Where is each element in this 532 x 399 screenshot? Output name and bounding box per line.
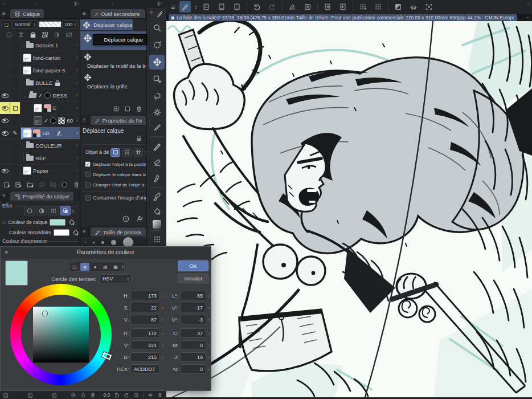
clip-at-layer-icon[interactable] bbox=[18, 31, 24, 38]
reset-clock-icon[interactable] bbox=[122, 215, 130, 223]
layer-palette-button[interactable]: ▢ bbox=[1, 20, 11, 28]
brush-size-dot[interactable] bbox=[101, 241, 104, 244]
row-menu-icon[interactable]: ≡ bbox=[76, 156, 79, 161]
new-layer-icon[interactable] bbox=[3, 181, 10, 189]
panel-menu-icon[interactable]: ≡ bbox=[83, 117, 86, 123]
tool-move[interactable] bbox=[149, 55, 165, 70]
n-input[interactable]: 0 bbox=[180, 364, 206, 374]
layer-row-dess[interactable]: ⌄✓DESS ≡ bbox=[0, 89, 80, 102]
row-menu-icon[interactable]: ≡ bbox=[76, 68, 79, 73]
merge-layer-icon[interactable] bbox=[50, 181, 56, 189]
tool-gradient[interactable] bbox=[149, 217, 165, 231]
layer-row-60[interactable]: ✓60 ≡ bbox=[0, 115, 80, 127]
eye-icon[interactable] bbox=[2, 106, 9, 111]
mask-link-icon[interactable] bbox=[66, 31, 72, 38]
checkbox-icon[interactable] bbox=[85, 195, 91, 201]
mask-enable-icon[interactable] bbox=[54, 31, 60, 38]
field-stepper-icon[interactable]: › bbox=[208, 367, 210, 372]
undo-button[interactable] bbox=[251, 1, 263, 13]
new-folder-icon[interactable] bbox=[27, 181, 34, 189]
field-stepper-icon[interactable]: › bbox=[208, 317, 210, 323]
layer-mask-thumbnail[interactable] bbox=[44, 92, 51, 99]
tab-list-chevron-icon[interactable]: ⌄ bbox=[525, 14, 530, 19]
lock-transparent-icon[interactable] bbox=[42, 31, 48, 38]
sv-cursor[interactable] bbox=[43, 311, 47, 316]
layer-row-ref[interactable]: ›RÉF ≡ bbox=[0, 152, 80, 165]
close-page-button[interactable] bbox=[302, 1, 313, 13]
tool-eraser[interactable] bbox=[149, 155, 165, 170]
mode-wheel-button[interactable]: ◉ bbox=[80, 263, 89, 271]
eye-icon[interactable] bbox=[2, 119, 9, 123]
collapse-mid-icon[interactable]: ▮« bbox=[74, 1, 80, 6]
cancel-button[interactable]: Annuler bbox=[178, 274, 208, 283]
mini-toggle-2-icon[interactable] bbox=[28, 393, 32, 398]
collapse-canvas-icon[interactable]: « bbox=[527, 1, 530, 6]
layer-thumbnail[interactable] bbox=[23, 166, 31, 175]
a-input[interactable]: -17 bbox=[180, 303, 206, 312]
hsv-dropdown[interactable]: HSV ▴▾ bbox=[100, 274, 132, 283]
m-input[interactable]: 0 bbox=[180, 340, 206, 350]
mode-circle-button[interactable]: ● bbox=[91, 263, 100, 271]
ok-button[interactable]: OK bbox=[178, 260, 208, 271]
row-menu-icon[interactable]: ≡ bbox=[76, 143, 79, 148]
layer-thumbnail[interactable] bbox=[23, 54, 31, 62]
bstar-input[interactable]: -3 bbox=[180, 315, 206, 324]
collapse-left-icon[interactable]: « bbox=[2, 1, 5, 6]
next-page-button[interactable] bbox=[322, 1, 333, 13]
mini-toggle-3-icon[interactable] bbox=[52, 393, 57, 398]
dialog-titlebar[interactable]: × Paramètres de couleur bbox=[1, 247, 211, 258]
mode-square-button[interactable]: ▢ bbox=[70, 263, 79, 271]
tool-zoom[interactable] bbox=[149, 21, 165, 35]
field-stepper-icon[interactable]: › bbox=[208, 305, 210, 311]
v-input[interactable]: 87 bbox=[130, 315, 160, 324]
object-grid-button[interactable] bbox=[133, 148, 143, 157]
create-mask-icon[interactable] bbox=[61, 181, 68, 189]
mode-stepper[interactable]: ▴▾ bbox=[122, 264, 124, 269]
layer-row-couleur[interactable]: ›COULEUR ≡ bbox=[0, 140, 80, 152]
layer-color-swatch[interactable] bbox=[50, 219, 66, 226]
layer-thumbnail[interactable] bbox=[34, 104, 42, 112]
canvas-artwork[interactable] bbox=[166, 21, 532, 399]
field-stepper-icon[interactable]: › bbox=[162, 331, 163, 336]
subtool-item-deplacer-grille[interactable]: Déplacer la grille bbox=[80, 72, 147, 91]
tab-outil-secondaire[interactable]: Outil secondaire [Déplacer bbox=[91, 9, 145, 18]
hex-input[interactable]: ACDDD7 bbox=[130, 364, 160, 374]
field-stepper-icon[interactable]: › bbox=[162, 343, 163, 348]
delete-layer-icon[interactable] bbox=[73, 181, 80, 189]
brush-size-dot[interactable] bbox=[93, 242, 95, 243]
panel-menu-icon[interactable]: ≡ bbox=[2, 193, 6, 199]
layer-row-papier[interactable]: Papier ≡ bbox=[0, 165, 80, 177]
field-stepper-icon[interactable]: › bbox=[162, 355, 163, 360]
row-menu-icon[interactable]: ≡ bbox=[76, 105, 79, 111]
tool-stepper[interactable]: ▴▾ bbox=[195, 5, 197, 9]
checkbox-checked-icon[interactable]: ✓ bbox=[85, 161, 91, 167]
tool-eyedropper[interactable] bbox=[149, 120, 165, 135]
add-subtool-icon[interactable] bbox=[113, 105, 120, 112]
field-stepper-icon[interactable]: › bbox=[208, 293, 210, 299]
tool-fountain-pen[interactable] bbox=[149, 171, 165, 186]
layer-row-dossier-1[interactable]: ›Dossier 1 ≡ bbox=[0, 39, 80, 52]
layer-row-fond-papier-5[interactable]: fond-papier-5 ≡ bbox=[0, 64, 80, 77]
checkbox-icon[interactable] bbox=[85, 172, 91, 177]
layer-thumbnail[interactable] bbox=[23, 66, 31, 75]
layer-row-sb[interactable]: ✎ SB ≡ bbox=[0, 127, 80, 140]
delete-subtool-icon[interactable] bbox=[136, 105, 142, 112]
tone-settings-button[interactable] bbox=[373, 1, 384, 13]
lock-layer-icon[interactable] bbox=[30, 31, 36, 38]
effect-halftone-button[interactable] bbox=[48, 206, 59, 215]
bucket-icon[interactable] bbox=[72, 229, 80, 237]
bucket-icon[interactable] bbox=[68, 218, 76, 226]
saturation-value-square[interactable] bbox=[33, 307, 89, 363]
checkbox-row-2[interactable]: Déplacer le calque dans la zone séle bbox=[85, 172, 146, 177]
effect-border-button[interactable] bbox=[24, 206, 35, 215]
collapse-prev-icon[interactable]: ‹ bbox=[35, 1, 37, 6]
tool-auto-select[interactable] bbox=[149, 105, 165, 120]
layer-row-e[interactable]: E ≡ bbox=[0, 102, 80, 115]
unlock-icon[interactable] bbox=[136, 135, 142, 142]
duplicate-subtool-icon[interactable] bbox=[124, 105, 131, 112]
collapse-right-icon[interactable]: ▮« bbox=[157, 1, 163, 6]
brush-size-dot[interactable] bbox=[111, 240, 116, 245]
blend-drop-icon[interactable] bbox=[80, 392, 86, 398]
mini-toggle-1-icon[interactable] bbox=[3, 393, 8, 398]
opacity-value-stepper[interactable]: 100 ▴▾ bbox=[63, 20, 77, 28]
